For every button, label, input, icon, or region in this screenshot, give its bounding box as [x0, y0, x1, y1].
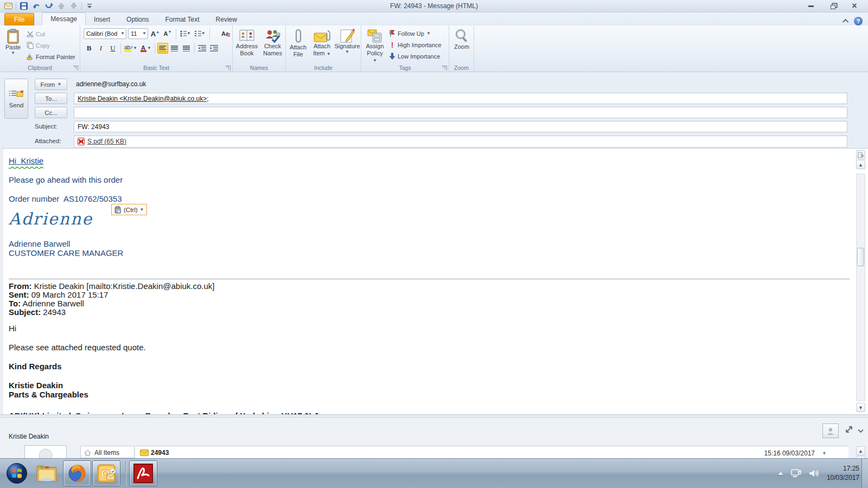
scroll-up-button[interactable]: ▲ — [856, 160, 865, 169]
restore-button[interactable] — [826, 2, 840, 10]
taskbar-firefox-button[interactable] — [63, 460, 91, 486]
tab-file[interactable]: File — [4, 13, 34, 25]
address-book-button[interactable]: Address Book — [234, 27, 260, 58]
zoom-icon — [455, 29, 469, 43]
attachment-link[interactable]: S.pdf (65 KB) — [87, 138, 126, 145]
customize-qat-icon[interactable] — [85, 1, 94, 11]
undo-icon[interactable] — [31, 1, 41, 11]
expand-pane-icon[interactable] — [845, 426, 853, 435]
high-importance-icon: ! — [389, 41, 395, 49]
align-right-button[interactable] — [181, 43, 192, 54]
chevron-down-icon: ▼ — [11, 51, 15, 55]
format-painter-button[interactable]: Format Painter — [25, 51, 77, 62]
grow-font-button[interactable]: A▲ — [150, 28, 161, 39]
show-desktop-button[interactable] — [861, 459, 868, 488]
align-center-button[interactable] — [169, 43, 180, 54]
italic-button[interactable]: I — [95, 43, 106, 54]
increase-indent-button[interactable] — [209, 43, 220, 54]
attach-file-button[interactable]: Attach File — [287, 27, 309, 59]
clock-date: 10/03/2017 — [827, 473, 859, 483]
attached-field: S.pdf (65 KB) — [74, 136, 847, 147]
network-icon[interactable] — [790, 468, 802, 479]
increase-indent-icon — [210, 45, 218, 52]
tab-format-text[interactable]: Format Text — [157, 14, 207, 25]
paste-button[interactable]: Paste▼ — [1, 27, 25, 62]
save-icon[interactable] — [19, 1, 29, 11]
cut-button[interactable]: Cut — [25, 28, 77, 40]
tab-options[interactable]: Options — [118, 14, 157, 25]
align-left-button[interactable] — [157, 43, 168, 54]
low-importance-button[interactable]: Low Importance — [387, 50, 443, 62]
quoted-message-divider — [9, 279, 850, 279]
pane-splitter[interactable] — [0, 415, 868, 418]
assign-policy-button[interactable]: Assign Policy ▼ — [362, 27, 387, 65]
taskbar: O 17:25 10/03/2017 — [0, 458, 868, 488]
taskbar-acrobat-button[interactable] — [129, 460, 157, 486]
show-hidden-icons-button[interactable] — [778, 472, 783, 475]
chevron-down-icon[interactable] — [858, 427, 864, 435]
check-names-button[interactable]: @ Check Names — [261, 27, 284, 58]
body-scrollbar[interactable]: ▲ ▼ — [856, 150, 866, 413]
message-header: Send From▼ adrienne@surfbay.co.uk To... … — [0, 72, 868, 148]
taskbar-explorer-button[interactable] — [33, 460, 61, 486]
taskbar-clock[interactable]: 17:25 10/03/2017 — [827, 464, 860, 483]
font-color-button[interactable]: A ▼ — [139, 43, 152, 54]
attach-item-button[interactable]: Attach Item ▼ — [310, 27, 334, 59]
font-name-select[interactable]: Calibri (Bod ▼ — [84, 28, 126, 39]
subject-field[interactable]: FW: 24943 — [74, 121, 847, 132]
zoom-button[interactable]: Zoom — [450, 27, 473, 52]
tab-insert[interactable]: Insert — [86, 14, 118, 25]
tab-message[interactable]: Message — [42, 12, 86, 25]
chevron-down-icon[interactable]: ▼ — [822, 451, 827, 456]
follow-up-button[interactable]: Follow Up▼ — [387, 28, 443, 39]
to-recipient[interactable]: Kristie Deakin <Kristie.Deakin@abiuk.co.… — [78, 95, 209, 102]
send-button[interactable]: Send — [4, 79, 28, 119]
signature-button[interactable]: Signature▼ — [335, 27, 360, 59]
clipboard-dialog-launcher[interactable] — [73, 66, 78, 70]
shrink-font-button[interactable]: A▼ — [162, 28, 173, 39]
message-body[interactable]: Hi Kristie Please go ahead with this ord… — [0, 148, 868, 414]
volume-icon[interactable] — [808, 468, 820, 479]
send-icon — [9, 89, 23, 99]
scroll-thumb[interactable] — [857, 248, 864, 266]
high-importance-button[interactable]: ! High Importance — [387, 39, 443, 50]
tab-all-items[interactable]: All Items — [81, 446, 134, 459]
scroll-down-button[interactable]: ▼ — [856, 403, 865, 412]
text-highlight-icon: ab — [124, 44, 133, 52]
redo-icon[interactable] — [44, 1, 54, 11]
to-button[interactable]: To... — [35, 93, 67, 104]
basic-text-dialog-launcher[interactable] — [226, 66, 231, 70]
taskbar-outlook-button[interactable]: O — [92, 460, 120, 486]
to-field[interactable]: Kristie Deakin <Kristie.Deakin@abiuk.co.… — [74, 93, 847, 104]
people-pane-scrollbar[interactable]: ▲ ▼ — [856, 446, 866, 458]
reading-options-icon[interactable] — [856, 150, 865, 159]
clear-formatting-button[interactable]: Aa — [220, 28, 231, 39]
scroll-track[interactable] — [856, 174, 865, 401]
cc-field[interactable] — [74, 107, 847, 118]
bold-button[interactable]: B — [84, 43, 94, 54]
minimize-button[interactable] — [804, 2, 818, 10]
text-highlight-button[interactable]: ab ▼ — [123, 43, 138, 54]
tab-review[interactable]: Review — [208, 14, 245, 25]
people-pane: Kristie Deakin All Items 24943 S.pdf (65… — [0, 414, 868, 458]
item-subject[interactable]: 24943 — [151, 449, 169, 457]
close-button[interactable]: × — [847, 2, 861, 10]
next-item-icon[interactable] — [69, 1, 79, 11]
font-size-select[interactable]: 11 ▼ — [128, 28, 148, 39]
scroll-up-button[interactable]: ▲ — [856, 446, 865, 455]
ribbon-tab-row: File Message Insert Options Format Text … — [0, 12, 868, 25]
decrease-indent-button[interactable] — [197, 43, 208, 54]
collapse-ribbon-icon[interactable] — [843, 19, 848, 25]
start-button[interactable] — [4, 460, 29, 486]
numbering-button[interactable]: ▼ — [194, 28, 207, 39]
underline-button[interactable]: U — [107, 43, 118, 54]
previous-item-icon[interactable] — [56, 1, 66, 11]
from-button[interactable]: From▼ — [35, 79, 67, 90]
contact-photo-button[interactable] — [822, 423, 839, 438]
bullets-button[interactable]: ▼ — [179, 28, 192, 39]
copy-button[interactable]: Copy — [25, 40, 77, 51]
help-icon[interactable]: ? — [854, 17, 863, 25]
tags-dialog-launcher[interactable] — [442, 66, 447, 70]
paste-options-button[interactable]: (Ctrl) ▼ — [111, 204, 147, 215]
cc-button[interactable]: Cc... — [35, 107, 67, 118]
